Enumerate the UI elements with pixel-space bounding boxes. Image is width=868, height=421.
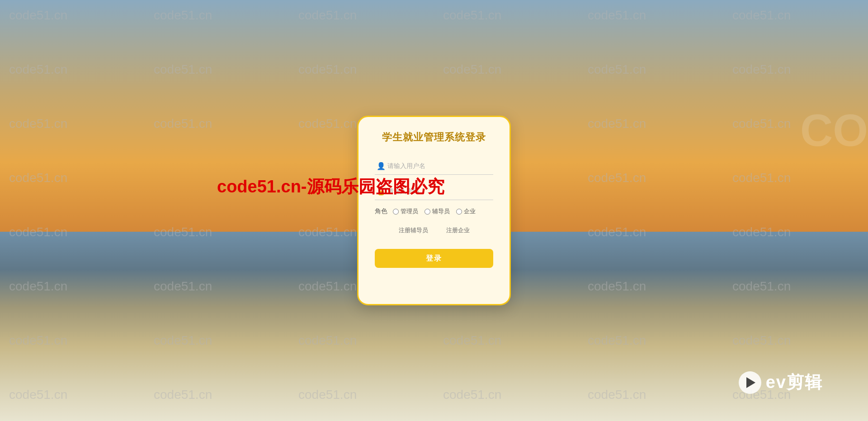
role-counselor[interactable]: 辅导员 xyxy=(425,207,450,215)
role-label: 角色 xyxy=(375,207,387,215)
register-enterprise-button[interactable]: 注册企业 xyxy=(446,226,470,234)
role-admin-label: 管理员 xyxy=(401,207,418,215)
role-counselor-label: 辅导员 xyxy=(432,207,450,215)
username-group: 👤 xyxy=(375,157,493,175)
role-enterprise-label: 企业 xyxy=(464,207,476,215)
ev-text: ev剪辑 xyxy=(766,371,823,394)
role-admin[interactable]: 管理员 xyxy=(393,207,418,215)
radio-admin[interactable] xyxy=(393,209,399,215)
password-input[interactable] xyxy=(375,182,493,200)
password-group: 🔒 xyxy=(375,182,493,200)
co-text: CO xyxy=(800,108,868,153)
lock-icon: 🔒 xyxy=(377,187,386,196)
radio-counselor[interactable] xyxy=(425,209,430,215)
login-title: 学生就业管理系统登录 xyxy=(382,131,486,144)
links-row: 注册辅导员 注册企业 xyxy=(375,226,493,234)
login-button[interactable]: 登录 xyxy=(375,249,493,268)
role-row: 角色 管理员 辅导员 企业 xyxy=(375,207,493,215)
login-card: 学生就业管理系统登录 👤 🔒 角色 管理员 辅导员 企业 注册辅导员 注册企业 xyxy=(357,116,511,305)
ev-play-icon xyxy=(739,371,761,394)
username-input[interactable] xyxy=(375,157,493,175)
ev-logo: ev剪辑 xyxy=(739,371,823,394)
register-counselor-button[interactable]: 注册辅导员 xyxy=(399,226,428,234)
role-enterprise[interactable]: 企业 xyxy=(456,207,476,215)
user-icon: 👤 xyxy=(377,162,386,170)
radio-enterprise[interactable] xyxy=(456,209,462,215)
role-options: 管理员 辅导员 企业 xyxy=(393,207,476,215)
